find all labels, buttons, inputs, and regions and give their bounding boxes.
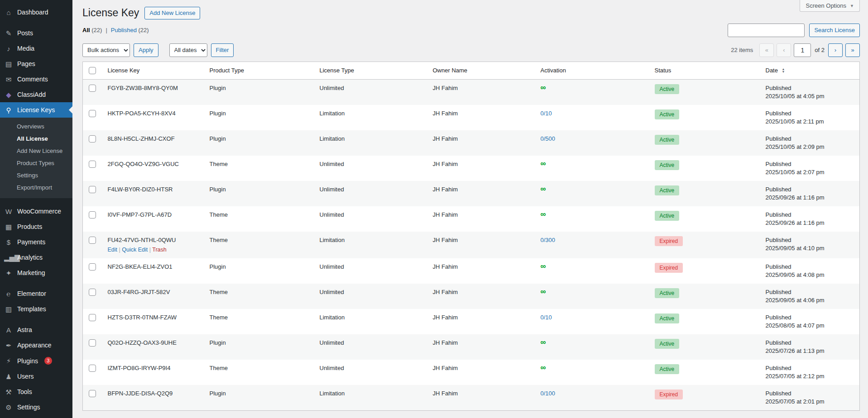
- license-key-link[interactable]: I0VF-PMP7-G7PL-A67D: [108, 211, 172, 218]
- sidebar-item-marketing[interactable]: ✦Marketing: [0, 265, 72, 280]
- sidebar-item-posts[interactable]: ✎Posts: [0, 25, 72, 41]
- filter-published-link[interactable]: Published (22): [111, 27, 149, 33]
- row-checkbox[interactable]: [89, 263, 96, 271]
- license-key-link[interactable]: FU42-47VG-NTHL-0QWU: [108, 237, 176, 243]
- row-checkbox[interactable]: [89, 161, 96, 168]
- row-checkbox[interactable]: [89, 85, 96, 92]
- items-count: 22 items: [731, 47, 753, 53]
- table-row: HKTP-POA5-KCYH-8XV4 Plugin Limitation JH…: [83, 105, 860, 130]
- row-checkbox-cell: [83, 258, 103, 284]
- date-filter-select[interactable]: All dates: [169, 43, 207, 57]
- search-input[interactable]: [728, 24, 805, 37]
- add-new-license-button[interactable]: Add New License: [144, 7, 200, 19]
- license-key-link[interactable]: IZMT-PO8G-IRYW-P9I4: [108, 365, 171, 371]
- product-type-cell: Plugin: [205, 334, 315, 360]
- next-page-button[interactable]: ›: [828, 43, 843, 57]
- owner-name-cell: JH Fahim: [428, 385, 536, 411]
- row-checkbox[interactable]: [89, 237, 96, 244]
- sidebar-item-users[interactable]: ♟Users: [0, 369, 72, 384]
- activation-cell: 0/300: [536, 232, 650, 258]
- date-status-line: Published: [766, 289, 791, 295]
- row-checkbox[interactable]: [89, 365, 96, 372]
- row-checkbox[interactable]: [89, 135, 96, 142]
- activation-value[interactable]: 0/100: [541, 390, 556, 397]
- current-page-input[interactable]: [794, 43, 811, 57]
- submenu-item-product-types[interactable]: Product Types: [0, 157, 72, 169]
- sidebar-item-pages[interactable]: ▤Pages: [0, 56, 72, 71]
- first-page-button[interactable]: «: [759, 43, 774, 57]
- sidebar-item-plugins[interactable]: ⚡Plugins3: [0, 353, 72, 369]
- sidebar-item-products[interactable]: ▦Products: [0, 219, 72, 234]
- license-key-link[interactable]: HZTS-D3TR-0TNM-FZAW: [108, 314, 177, 321]
- sidebar-item-label: Elementor: [17, 290, 46, 297]
- sidebar-item-settings[interactable]: ⚙Settings: [0, 399, 72, 415]
- license-key-link[interactable]: FGYB-ZW3B-8MY8-QY0M: [108, 85, 178, 91]
- row-checkbox[interactable]: [89, 211, 96, 218]
- activation-value[interactable]: 0/10: [541, 314, 552, 321]
- submenu-item-all-license[interactable]: All License: [0, 133, 72, 145]
- media-icon: ♪: [4, 45, 13, 52]
- activation-value[interactable]: 0/10: [541, 110, 552, 117]
- activation-value[interactable]: 0/300: [541, 237, 556, 243]
- row-checkbox[interactable]: [89, 110, 96, 117]
- license-key-link[interactable]: Q02O-HZZQ-OAX3-9UHE: [108, 339, 177, 346]
- sidebar-item-license-keys[interactable]: ⚲License Keys: [0, 102, 72, 118]
- filter-all-link[interactable]: All (22): [82, 27, 102, 33]
- sidebar-item-comments[interactable]: ✉Comments: [0, 71, 72, 87]
- sidebar-item-woocommerce[interactable]: WWooCommerce: [0, 204, 72, 219]
- sidebar-item-classiadd[interactable]: ◆ClassiAdd: [0, 87, 72, 102]
- license-key-cell: HZTS-D3TR-0TNM-FZAW: [103, 309, 205, 334]
- filter-button[interactable]: Filter: [211, 43, 234, 57]
- trash-link[interactable]: Trash: [152, 247, 167, 253]
- license-key-cell: FU42-47VG-NTHL-0QWU Edit | Quick Edit | …: [103, 232, 205, 258]
- sidebar-item-appearance[interactable]: ✒Appearance: [0, 337, 72, 353]
- sidebar-item-astra[interactable]: AAstra: [0, 322, 72, 337]
- product-type-cell: Plugin: [205, 258, 315, 284]
- prev-page-button[interactable]: ‹: [777, 43, 791, 57]
- last-page-button[interactable]: »: [845, 43, 860, 57]
- sidebar-item-elementor[interactable]: ℮Elementor: [0, 286, 72, 301]
- sidebar-item-label: Appearance: [17, 342, 52, 349]
- sidebar-item-payments[interactable]: $Payments: [0, 234, 72, 250]
- sidebar-item-tools[interactable]: ⚒Tools: [0, 384, 72, 399]
- license-key-link[interactable]: 8L8N-H5CL-ZHMJ-CXOF: [108, 135, 175, 142]
- activation-value: ∞: [541, 83, 546, 92]
- select-all-checkbox[interactable]: [89, 67, 96, 74]
- quick-edit-link[interactable]: Quick Edit: [122, 247, 148, 253]
- license-key-link[interactable]: NF2G-BKEA-ELI4-ZVO1: [108, 263, 173, 270]
- sidebar-item-dashboard[interactable]: ⌂Dashboard: [0, 5, 72, 20]
- sidebar-item-media[interactable]: ♪Media: [0, 41, 72, 56]
- submenu-item-settings[interactable]: Settings: [0, 169, 72, 181]
- license-key-link[interactable]: F4LW-BY0R-DIZ0-HTSR: [108, 186, 173, 193]
- row-checkbox[interactable]: [89, 314, 96, 321]
- activation-value[interactable]: 0/500: [541, 135, 556, 142]
- table-row: HZTS-D3TR-0TNM-FZAW Theme Limitation JH …: [83, 309, 860, 334]
- date-value-line: 2025/10/05 at 2:07 pm: [766, 169, 825, 176]
- screen-options-button[interactable]: Screen Options ▼: [800, 0, 860, 12]
- license-key-link[interactable]: 2FGQ-QO4O-VZ9G-VGUC: [108, 161, 179, 167]
- sidebar-item-analytics[interactable]: ▂▅▇Analytics: [0, 250, 72, 265]
- apply-button[interactable]: Apply: [134, 43, 158, 57]
- row-checkbox-cell: [83, 309, 103, 334]
- row-checkbox[interactable]: [89, 186, 96, 193]
- row-checkbox[interactable]: [89, 289, 96, 296]
- license-key-link[interactable]: HKTP-POA5-KCYH-8XV4: [108, 110, 176, 117]
- edit-link[interactable]: Edit: [108, 247, 118, 253]
- row-checkbox[interactable]: [89, 339, 96, 347]
- product-type-cell: Plugin: [205, 181, 315, 206]
- search-license-button[interactable]: Search License: [809, 24, 860, 37]
- submenu-item-export-import[interactable]: Export/Import: [0, 181, 72, 194]
- sidebar-item-templates[interactable]: ▥Templates: [0, 301, 72, 317]
- sidebar-item-label: WooCommerce: [17, 208, 61, 215]
- status-cell: Active: [650, 105, 761, 130]
- bulk-actions-select[interactable]: Bulk actions: [82, 43, 130, 57]
- submenu-item-overviews[interactable]: Overviews: [0, 120, 72, 133]
- date-cell: Published 2025/07/26 at 1:13 pm: [761, 334, 860, 360]
- column-header-date[interactable]: Date ▲ ▼: [761, 62, 860, 79]
- row-checkbox[interactable]: [89, 390, 96, 397]
- owner-name-cell: JH Fahim: [428, 334, 536, 360]
- license-key-link[interactable]: 03JR-F4RG-JRJT-582V: [108, 289, 170, 295]
- date-value-line: 2025/07/05 at 2:01 pm: [766, 398, 825, 405]
- license-key-link[interactable]: BFPN-JJDE-DISA-Q2Q9: [108, 390, 173, 397]
- submenu-item-add-new-license[interactable]: Add New License: [0, 145, 72, 157]
